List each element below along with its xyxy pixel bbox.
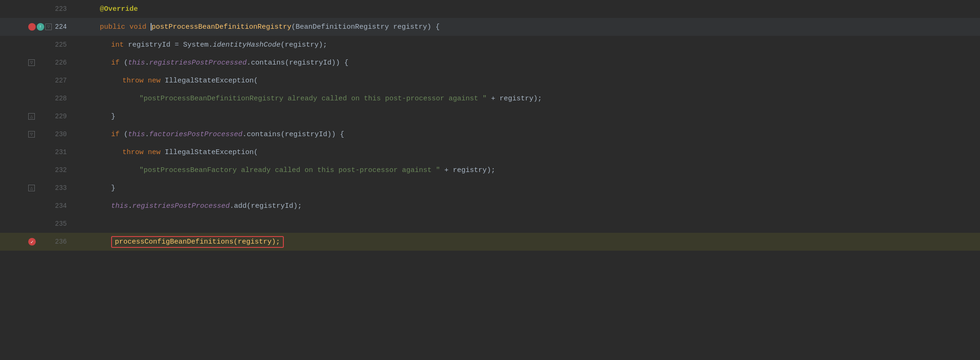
gutter-icons [28, 41, 52, 48]
gutter-icons: ↑▽ [28, 23, 52, 31]
line-number-label: 235 [52, 220, 71, 228]
code-token: contains [247, 131, 281, 139]
code-content: } [75, 113, 980, 121]
code-content: int registryId = System.identityHashCode… [75, 41, 980, 49]
line-number-area: △229 [0, 113, 75, 120]
code-content: this.registriesPostProcessed.add(registr… [75, 202, 980, 210]
gutter-icons: ▽ [28, 59, 52, 66]
code-content: if (this.registriesPostProcessed.contain… [75, 59, 980, 67]
code-token: (registry); [281, 41, 327, 49]
fold-open-icon[interactable]: ▽ [45, 24, 52, 30]
line-number-area: ▽230 [0, 131, 75, 138]
gutter-placeholder [28, 221, 35, 227]
code-line: 223@Override [0, 0, 980, 18]
line-number-area: 227 [0, 77, 75, 84]
gutter-placeholder [28, 6, 35, 12]
line-number-label: 230 [52, 131, 71, 138]
gutter-placeholder [28, 149, 35, 155]
highlighted-method-call: processConfigBeanDefinitions(registry); [111, 236, 284, 248]
code-token: ( [254, 77, 258, 85]
code-token: this [111, 202, 128, 210]
code-line: 228"postProcessBeanDefinitionRegistry al… [0, 90, 980, 107]
code-content: throw new IllegalStateException( [75, 148, 980, 156]
code-token: ( [124, 131, 128, 139]
code-token: = [170, 41, 183, 49]
code-content: throw new IllegalStateException( [75, 77, 980, 85]
code-token: IllegalStateException [165, 77, 254, 85]
line-number-area: ↑▽224 [0, 23, 75, 31]
line-number-label: 232 [52, 166, 71, 174]
gutter-icons: △ [28, 113, 52, 120]
run-icon[interactable]: ↑ [37, 23, 44, 31]
code-token: postProcessBeanDefinitionRegistry [152, 23, 291, 31]
line-number-area: 223 [0, 5, 75, 13]
breakpoint-icon[interactable] [28, 23, 36, 31]
line-number-label: 231 [52, 148, 71, 156]
code-editor: 223@Override↑▽224public void postProcess… [0, 0, 980, 360]
code-line: △229} [0, 107, 980, 125]
code-line: ✓236processConfigBeanDefinitions(registr… [0, 233, 980, 251]
gutter-icons [28, 167, 52, 173]
fold-open-icon[interactable]: ▽ [28, 131, 35, 138]
line-number-area: 228 [0, 95, 75, 102]
line-number-label: 236 [52, 238, 71, 245]
gutter-icons [28, 95, 52, 102]
gutter-placeholder [28, 95, 35, 102]
line-number-area: 234 [0, 202, 75, 210]
code-line: 227throw new IllegalStateException( [0, 72, 980, 90]
code-token: (registryId); [247, 202, 302, 210]
bookmark-icon[interactable]: ✓ [28, 238, 36, 245]
code-content: "postProcessBeanFactory already called o… [75, 166, 980, 174]
line-number-label: 233 [52, 184, 71, 192]
code-token: @Override [100, 5, 138, 13]
code-content: "postProcessBeanDefinitionRegistry alrea… [75, 95, 980, 103]
fold-close-icon[interactable]: △ [28, 185, 35, 191]
code-content: if (this.factoriesPostProcessed.contains… [75, 131, 980, 139]
gutter-icons [28, 6, 52, 12]
line-number-area: 225 [0, 41, 75, 49]
line-number-label: 226 [52, 59, 71, 66]
code-line: 234this.registriesPostProcessed.add(regi… [0, 197, 980, 215]
line-number-area: 231 [0, 148, 75, 156]
fold-close-icon[interactable]: △ [28, 113, 35, 120]
code-token: . [145, 59, 149, 67]
code-line: △233} [0, 179, 980, 197]
line-number-area: △233 [0, 184, 75, 192]
gutter-icons [28, 77, 52, 84]
code-token: IllegalStateException [165, 148, 254, 156]
gutter-icons [28, 221, 52, 227]
code-token: public [100, 23, 129, 31]
code-token: "postProcessBeanFactory already called o… [139, 166, 440, 174]
code-content: } [75, 184, 980, 192]
code-token: + registry); [487, 95, 542, 103]
gutter-icons: ✓ [28, 238, 52, 245]
code-token: "postProcessBeanDefinitionRegistry alrea… [139, 95, 487, 103]
code-token: ( [291, 23, 296, 31]
code-token: identityHashCode [213, 41, 281, 49]
code-content: public void postProcessBeanDefinitionReg… [75, 23, 980, 31]
code-token: . [145, 131, 149, 139]
line-number-area: 232 [0, 166, 75, 174]
code-token: ( [254, 148, 258, 156]
code-token: factoriesPostProcessed [149, 131, 242, 139]
line-number-label: 227 [52, 77, 71, 84]
code-line: 235 [0, 215, 980, 233]
code-token: ( [124, 59, 128, 67]
code-token: void [129, 23, 151, 31]
code-line: 232"postProcessBeanFactory already calle… [0, 161, 980, 179]
gutter-placeholder [28, 203, 35, 209]
code-token: contains [251, 59, 285, 67]
line-number-label: 224 [52, 23, 71, 31]
code-token: this [128, 59, 145, 67]
fold-open-icon[interactable]: ▽ [28, 59, 35, 66]
code-token: . [209, 41, 213, 49]
code-token: (registryId)) { [281, 131, 344, 139]
code-token: (registryId)) { [285, 59, 348, 67]
gutter-icons: ▽ [28, 131, 52, 138]
gutter-icons: △ [28, 185, 52, 191]
line-number-label: 234 [52, 202, 71, 210]
code-line: 225int registryId = System.identityHashC… [0, 36, 980, 54]
gutter-placeholder [28, 77, 35, 84]
code-token: new [148, 77, 165, 85]
line-number-label: 228 [52, 95, 71, 102]
